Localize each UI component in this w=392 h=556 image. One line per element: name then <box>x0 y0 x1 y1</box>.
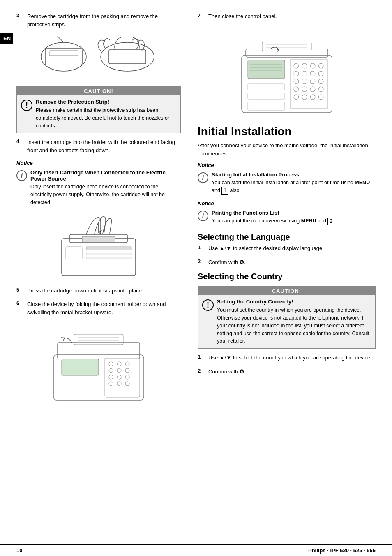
svg-point-32 <box>125 382 129 386</box>
select-country-step-2-number: 2 <box>198 368 206 374</box>
svg-rect-5 <box>109 50 146 64</box>
notice-body-2: You can start the initial installation a… <box>212 179 376 195</box>
notice-icon-3: i <box>198 211 208 221</box>
svg-rect-64 <box>248 93 285 99</box>
svg-point-27 <box>109 375 113 379</box>
notice-initial-installation: Notice i Starting Initial Installation P… <box>198 162 376 196</box>
notice-label-2: Notice <box>198 162 376 168</box>
caution-title-2: CAUTION! <box>198 287 375 295</box>
svg-line-1 <box>58 36 64 42</box>
notice-label-1: Notice <box>16 160 181 166</box>
caution-country-setting: CAUTION! ! Setting the Country Correctly… <box>198 286 376 349</box>
notice-icon-1: i <box>16 170 27 181</box>
svg-rect-9 <box>66 247 82 259</box>
page: EN 3 Remove the cartridge from the packi… <box>0 0 392 556</box>
svg-point-48 <box>302 71 307 76</box>
caution-icon-1: ! <box>21 100 32 111</box>
page-number: 10 <box>16 547 22 554</box>
step-3-number: 3 <box>16 12 25 19</box>
svg-point-60 <box>302 95 307 100</box>
notice-body-3: You can print the menu overview using ME… <box>212 217 336 225</box>
notice-icon-2: i <box>198 172 208 183</box>
caution-inner-2: ! Setting the Country Correctly! You mus… <box>198 295 375 348</box>
notice-content-2: Starting Initial Installation Process Yo… <box>212 171 376 195</box>
caution-inner-1: ! Remove the Protection Strip! Please ma… <box>17 95 180 133</box>
notice-subtitle-3: Printing the Functions List <box>212 210 336 216</box>
cartridge-insertion-illustration <box>16 214 181 281</box>
svg-point-54 <box>318 79 323 84</box>
svg-point-28 <box>117 375 121 379</box>
select-country-step-1: 1 Use ▲/▼ to select the country in which… <box>198 354 376 362</box>
notice-functions-list: Notice i Printing the Functions List You… <box>198 200 376 227</box>
svg-rect-63 <box>248 84 285 90</box>
device-closed-illustration <box>16 322 181 405</box>
initial-installation-heading: Initial Installation <box>198 125 376 139</box>
svg-point-62 <box>318 95 323 100</box>
step-7-text: Then close the control panel. <box>208 12 277 21</box>
step-6: 6 Close the device by folding the docume… <box>16 300 181 316</box>
notice-content-3: Printing the Functions List You can prin… <box>212 210 336 225</box>
caution-body-1: Please make certain that the protective … <box>36 107 176 130</box>
caution-title-1: CAUTION! <box>17 87 180 95</box>
step-6-text: Close the device by folding the document… <box>27 300 181 316</box>
caution-content-2: Setting the Country Correctly! You must … <box>217 299 371 345</box>
step-4: 4 Insert the cartridge into the holder w… <box>16 138 181 154</box>
svg-rect-19 <box>62 359 99 375</box>
step-5-text: Press the cartridge down until it snaps … <box>27 287 143 295</box>
left-column: EN 3 Remove the cartridge from the packi… <box>0 0 189 544</box>
select-lang-step-1-number: 1 <box>198 244 206 250</box>
svg-point-56 <box>302 87 307 92</box>
svg-point-58 <box>318 87 323 92</box>
select-country-step-2: 2 Confirm with ✪. <box>198 368 376 376</box>
step-7: 7 Then close the control panel. <box>198 12 376 21</box>
content-area: EN 3 Remove the cartridge from the packi… <box>0 0 392 544</box>
select-country-step-2-text: Confirm with ✪. <box>208 368 245 376</box>
caution-subtitle-2: Setting the Country Correctly! <box>217 299 371 305</box>
notice-body-1: Only insert the cartridge if the device … <box>30 183 181 206</box>
svg-point-50 <box>318 71 323 76</box>
svg-rect-11 <box>86 253 131 255</box>
selecting-country-heading: Selecting the Country <box>198 272 376 281</box>
select-country-step-1-text: Use ▲/▼ to select the country in which y… <box>208 354 372 362</box>
caution-body-2: You must set the country in which you ar… <box>217 306 371 345</box>
svg-rect-14 <box>58 343 140 359</box>
notice-inner-2: i Starting Initial Installation Process … <box>198 170 376 196</box>
step-5-number: 5 <box>16 287 25 293</box>
svg-point-52 <box>302 79 307 84</box>
svg-point-46 <box>318 63 323 68</box>
step-3: 3 Remove the cartridge from the packing … <box>16 12 181 28</box>
right-column: 7 Then close the control panel. <box>189 0 392 544</box>
brand-name: Philips · IPF 520 · 525 · 555 <box>308 547 376 554</box>
svg-point-22 <box>117 362 121 366</box>
select-lang-step-2: 2 Confirm with ✪. <box>198 258 376 266</box>
footer: 10 Philips · IPF 520 · 525 · 555 <box>0 544 392 556</box>
svg-point-43 <box>294 63 299 68</box>
step-5: 5 Press the cartridge down until it snap… <box>16 287 181 295</box>
svg-rect-15 <box>74 334 123 345</box>
notice-inner-1: i Only Insert Cartridge When Connected t… <box>16 168 181 208</box>
svg-rect-10 <box>86 247 131 250</box>
svg-point-55 <box>294 87 299 92</box>
svg-point-21 <box>109 362 113 366</box>
svg-rect-20 <box>105 358 140 397</box>
svg-rect-38 <box>248 60 285 79</box>
svg-rect-8 <box>82 236 115 242</box>
svg-rect-34 <box>246 49 328 57</box>
svg-point-57 <box>310 87 315 92</box>
svg-point-26 <box>125 368 129 373</box>
svg-rect-35 <box>262 42 311 51</box>
notice-content-1: Only Insert Cartridge When Connected to … <box>30 169 181 206</box>
svg-point-53 <box>310 79 315 84</box>
notice-cartridge-power: Notice i Only Insert Cartridge When Conn… <box>16 160 181 208</box>
caution-protection-strip: CAUTION! ! Remove the Protection Strip! … <box>16 86 181 133</box>
svg-point-45 <box>310 63 315 68</box>
language-tab: EN <box>0 33 13 44</box>
svg-point-47 <box>294 71 299 76</box>
svg-point-59 <box>294 95 299 100</box>
svg-point-24 <box>109 368 113 373</box>
svg-point-31 <box>117 382 121 386</box>
caution-icon-2: ! <box>202 299 214 311</box>
step-3-text: Remove the cartridge from the packing an… <box>27 12 181 28</box>
step-4-text: Insert the cartridge into the holder wit… <box>27 138 181 154</box>
notice-inner-3: i Printing the Functions List You can pr… <box>198 208 376 227</box>
